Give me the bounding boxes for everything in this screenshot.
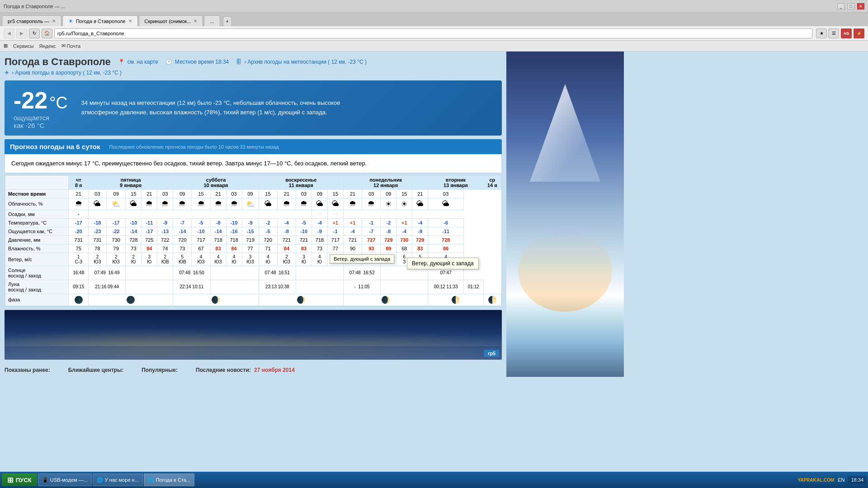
phase-wed: 🌓 [483, 294, 501, 305]
precip-label: Осадки, мм [5, 210, 69, 218]
time-9: 03 [226, 189, 242, 198]
time-20: 21 [412, 189, 428, 198]
temp-val-20: -4 [412, 218, 428, 227]
temp-val-0: -17 [69, 218, 88, 227]
meta-airport-label: › Архив погоды в аэропорту ( 12 км, -23 … [12, 70, 122, 76]
meta-airport[interactable]: ✈ › Архив погоды в аэропорту ( 12 км, -2… [5, 70, 502, 76]
tab-3-close[interactable]: ✕ [193, 19, 197, 23]
cloud-15: 🌥 [327, 198, 343, 210]
hum-18: 89 [381, 244, 396, 253]
tab-2-close[interactable]: ✕ [128, 19, 132, 23]
tab-2-label: Погода в Ставрополе [76, 19, 126, 24]
feels-val-0: -20 [69, 227, 88, 235]
precip-0: • [69, 210, 88, 218]
moon-mon: - 11:05 [343, 280, 380, 294]
cloud-12: 🌨 [277, 198, 296, 210]
time-0: 21 [69, 189, 88, 198]
meta-archive[interactable]: 🗄 › Архив погоды на метеостанции ( 12 км… [236, 59, 367, 65]
precip-15: · · [327, 210, 343, 218]
cloud-21: 🌥 [428, 198, 464, 210]
page-title: Погода в Ставрополе [5, 56, 111, 68]
bookmark-yandex[interactable]: Яндекс [39, 43, 56, 49]
time-3: 15 [126, 189, 142, 198]
sun-mon: 07:48 16:52 Ветер, дующий с запада [343, 266, 380, 280]
back-button[interactable]: ◀ [4, 28, 14, 38]
feels-val-7: -10 [192, 227, 210, 235]
pres-18: 729 [381, 235, 396, 244]
phase-label: фаза [5, 294, 69, 305]
phase-sun: 🌒 [259, 294, 343, 305]
phase-thu: 🌑 [69, 294, 88, 305]
url-bar[interactable]: rp5.ru/Погода_в_Ставрополе [54, 28, 812, 38]
temp-val-13: -5 [296, 218, 312, 227]
precip-empty [88, 210, 311, 218]
feels-val-10: -15 [242, 227, 259, 235]
time-11: 15 [259, 189, 277, 198]
time-6: 09 [173, 189, 192, 198]
temp-val-14: -4 [312, 218, 328, 227]
hum-4: 84 [142, 244, 157, 253]
temp-val-11: -2 [259, 218, 277, 227]
user-icon: АБ [841, 28, 852, 38]
moon-fri-rest [126, 280, 173, 294]
cloud-18: ☀ [381, 198, 396, 210]
wind-11: 4Ю [259, 253, 277, 266]
hum-12: 84 [277, 244, 296, 253]
tab-2[interactable]: ☀ Погода в Ставрополе ✕ [62, 15, 138, 26]
map-pin-icon: 📍 [118, 59, 125, 65]
wind-8: 4ЮЗ [210, 253, 226, 266]
tab-1[interactable]: рг5 ставрополь — ✕ [2, 15, 61, 26]
temp-val-17: -1 [362, 218, 381, 227]
sun-sat: 07:48 16:50 [173, 266, 210, 280]
tab-3[interactable]: Скриншот (снимок... ✕ [139, 15, 203, 26]
minimize-button[interactable]: _ [837, 3, 844, 9]
bookmark-servisy[interactable]: Сервисы [13, 43, 34, 49]
url-text: rp5.ru/Погода_в_Ставрополе [57, 31, 124, 36]
sun-sat-rest [210, 266, 259, 280]
wind-10: 3ЮЗ [242, 253, 259, 266]
hum-13: 83 [296, 244, 312, 253]
weather-banner: -22 °С ощущается как -26 °С 34 минуты на… [5, 80, 502, 136]
bookmark-star[interactable]: ★ [816, 28, 827, 38]
weather-table: чт 8 я пятница 9 января суббота [5, 175, 502, 306]
home-button[interactable]: 🏠 [42, 28, 52, 38]
bookmark-pochta[interactable]: ✉ Почта [61, 43, 81, 49]
tab-4[interactable]: ... [204, 15, 220, 26]
precip-rest [343, 210, 412, 218]
phase-row: фаза 🌑 🌑 🌒 🌒 🌒 🌓 🌓 [5, 294, 501, 305]
pres-12: 721 [277, 235, 296, 244]
cloud-7: 🌨 [192, 198, 210, 210]
pressure-row: Давление, мм 731 731 730 728 725 722 720… [5, 235, 501, 244]
wind-row: Ветер, м/с 1С-З 2ЮЗ 2ЮЗ 2Ю 3Ю 2ЮВ 5ЮВ 4Ю… [5, 253, 501, 266]
pres-1: 731 [88, 235, 106, 244]
archive-icon: 🗄 [236, 59, 241, 65]
cloud-1: 🌥 [88, 198, 106, 210]
meta-map[interactable]: 📍 см. на карте [118, 59, 158, 65]
settings-button[interactable]: ☰ [828, 28, 839, 38]
tab-1-label: рг5 ставрополь — [8, 19, 49, 24]
sun-mon-rest [381, 266, 428, 280]
wind-3: 2Ю [126, 253, 142, 266]
reload-button[interactable]: ↻ [29, 28, 40, 38]
new-tab-button[interactable]: + [223, 16, 232, 26]
feels-val-13: -10 [296, 227, 312, 235]
pres-4: 725 [142, 235, 157, 244]
moon-tue: 00:12 11:33 [428, 280, 464, 294]
close-button[interactable]: ✕ [857, 3, 864, 9]
banner-inner: rp5 [5, 310, 502, 360]
temp-unit: °С [49, 94, 67, 113]
hum-5: 74 [157, 244, 173, 253]
forward-button[interactable]: ▶ [16, 28, 27, 38]
maximize-button[interactable]: □ [847, 3, 854, 9]
clock-icon: 🕐 [165, 59, 172, 65]
tab-1-close[interactable]: ✕ [52, 19, 56, 23]
feels-val-2: -22 [106, 227, 125, 235]
hum-3: 73 [126, 244, 142, 253]
feels-val-17: -7 [362, 227, 381, 235]
wind-1: 2ЮЗ [88, 253, 106, 266]
cloud-17: 🌨 [362, 198, 381, 210]
hum-9: 84 [226, 244, 242, 253]
cloud-2: ⛅ [106, 198, 125, 210]
moon-sat: 22:14 10:11 [173, 280, 210, 294]
wind-13: 3Ю [296, 253, 312, 266]
